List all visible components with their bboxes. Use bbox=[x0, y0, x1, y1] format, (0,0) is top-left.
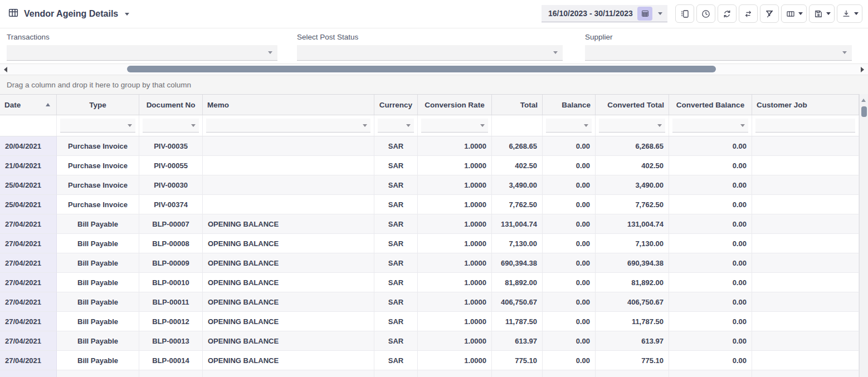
cell-type: Bill Payable bbox=[57, 331, 139, 351]
column-filter-input[interactable] bbox=[599, 119, 665, 133]
column-filter-input[interactable] bbox=[206, 119, 370, 133]
scroll-right-arrow-icon[interactable] bbox=[861, 67, 864, 72]
cell-value: OPENING BALANCE bbox=[208, 259, 279, 267]
column-header-document-no[interactable]: Document No bbox=[139, 95, 203, 115]
cell-converted-balance: 0.00 bbox=[669, 175, 752, 195]
column-filter-input[interactable] bbox=[546, 119, 592, 133]
column-header-conversion-rate[interactable]: Conversion Rate bbox=[418, 95, 492, 115]
cell-value: 27/04/2021 bbox=[5, 278, 41, 287]
chevron-down-icon bbox=[363, 124, 367, 127]
filter-cell-document-no[interactable] bbox=[139, 115, 203, 136]
cell-customer-job bbox=[752, 331, 859, 351]
save-layout-button[interactable] bbox=[809, 4, 835, 23]
column-header-balance[interactable]: Balance bbox=[543, 95, 596, 115]
cell-document-no: PIV-00035 bbox=[139, 136, 203, 156]
vertical-scrollbar[interactable] bbox=[859, 94, 868, 377]
cell-converted-balance: 0.00 bbox=[669, 136, 752, 156]
filter-cell-conversion-rate[interactable] bbox=[418, 115, 492, 136]
column-header-type[interactable]: Type bbox=[57, 95, 139, 115]
cell-currency: SAR bbox=[374, 273, 418, 292]
column-header-currency[interactable]: Currency bbox=[374, 95, 418, 115]
cell-type: Bill Payable bbox=[57, 273, 139, 292]
column-filter-input[interactable] bbox=[672, 119, 748, 133]
filter-cell-converted-total[interactable] bbox=[596, 115, 669, 136]
report-title-dropdown[interactable]: Vendor Ageing Details bbox=[8, 0, 129, 28]
cell-converted-total bbox=[596, 370, 669, 377]
column-filter-input[interactable] bbox=[755, 119, 855, 133]
table-row[interactable]: 27/04/2021Bill PayableBLP-00014OPENING B… bbox=[0, 351, 859, 370]
table-row[interactable]: 27/04/2021Bill PayableBLP-00013OPENING B… bbox=[0, 331, 859, 351]
column-filter-input[interactable] bbox=[378, 119, 414, 133]
column-chooser-button[interactable] bbox=[781, 4, 807, 23]
transactions-select[interactable] bbox=[7, 45, 277, 61]
table-row[interactable]: 27/04/2021Bill PayableBLP-00009OPENING B… bbox=[0, 253, 859, 273]
horizontal-scrollbar-thumb[interactable] bbox=[127, 66, 716, 72]
swap-columns-button[interactable] bbox=[739, 4, 758, 23]
filter-cell-converted-balance[interactable] bbox=[669, 115, 752, 136]
column-filter-input[interactable] bbox=[60, 119, 135, 133]
group-by-drop-zone[interactable]: Drag a column and drop it here to group … bbox=[0, 75, 868, 94]
cell-currency: SAR bbox=[374, 292, 418, 312]
grid-header-row: DateTypeDocument NoMemoCurrencyConversio… bbox=[0, 94, 859, 115]
export-button[interactable] bbox=[837, 4, 862, 23]
column-header-converted-balance[interactable]: Converted Balance bbox=[669, 95, 752, 115]
cell-value: 1.0000 bbox=[464, 161, 486, 170]
date-range-picker[interactable]: 16/10/2023 - 30/11/2023 bbox=[542, 5, 667, 22]
chevron-down-icon bbox=[826, 12, 831, 15]
scroll-up-arrow-icon[interactable] bbox=[861, 99, 866, 102]
cell-balance: 0.00 bbox=[543, 331, 596, 351]
column-header-date[interactable]: Date bbox=[0, 95, 57, 115]
column-filter-input[interactable] bbox=[143, 119, 199, 133]
clear-filter-button[interactable] bbox=[760, 4, 779, 23]
cell-value: 613.97 bbox=[515, 337, 537, 345]
table-row[interactable]: 25/04/2021Purchase InvoicePIV-00030SAR1.… bbox=[0, 175, 859, 195]
filter-cell-balance[interactable] bbox=[543, 115, 596, 136]
table-row[interactable]: 27/04/2021Bill PayableBLP-00015OPENING B… bbox=[0, 370, 859, 377]
refresh-button[interactable] bbox=[718, 4, 737, 23]
cell-date: 27/04/2021 bbox=[0, 351, 57, 370]
filter-cell-customer-job[interactable] bbox=[752, 115, 859, 136]
cell-value: 690,394.38 bbox=[627, 259, 664, 267]
cell-value: 3,490.00 bbox=[509, 181, 537, 189]
table-row[interactable]: 20/04/2021Purchase InvoicePIV-00035SAR1.… bbox=[0, 136, 859, 156]
column-header-label: Memo bbox=[207, 101, 229, 109]
table-row[interactable]: 27/04/2021Bill PayableBLP-00010OPENING B… bbox=[0, 273, 859, 292]
cell-document-no: PIV-00055 bbox=[139, 156, 203, 175]
cell-value: 81,892.00 bbox=[505, 278, 537, 287]
column-filter-input[interactable] bbox=[421, 119, 488, 133]
vertical-scrollbar-thumb[interactable] bbox=[861, 106, 867, 117]
cell-customer-job bbox=[752, 234, 859, 253]
refresh-icon bbox=[722, 9, 732, 19]
cell-converted-balance: 0.00 bbox=[669, 351, 752, 370]
horizontal-scrollbar[interactable] bbox=[0, 63, 868, 75]
filter-cell-memo[interactable] bbox=[203, 115, 374, 136]
table-row[interactable]: 27/04/2021Bill PayableBLP-00011OPENING B… bbox=[0, 292, 859, 312]
table-row[interactable]: 27/04/2021Bill PayableBLP-00012OPENING B… bbox=[0, 312, 859, 331]
supplier-select[interactable] bbox=[585, 45, 852, 61]
column-header-converted-total[interactable]: Converted Total bbox=[596, 95, 669, 115]
table-row[interactable]: 27/04/2021Bill PayableBLP-00008OPENING B… bbox=[0, 234, 859, 253]
scroll-left-arrow-icon[interactable] bbox=[4, 67, 7, 72]
cell-total: 11,787.50 bbox=[492, 312, 543, 331]
cell-value: 690,394.38 bbox=[501, 259, 537, 267]
column-header-customer-job[interactable]: Customer Job bbox=[752, 95, 859, 115]
cell-value: Bill Payable bbox=[77, 259, 118, 267]
history-button[interactable] bbox=[696, 4, 715, 23]
post-status-select[interactable] bbox=[297, 45, 563, 61]
table-row[interactable]: 21/04/2021Purchase InvoicePIV-00055SAR1.… bbox=[0, 156, 859, 175]
filter-cell-type[interactable] bbox=[57, 115, 139, 136]
copy-button[interactable] bbox=[675, 4, 694, 23]
filter-cell-currency[interactable] bbox=[374, 115, 418, 136]
cell-currency: SAR bbox=[374, 312, 418, 331]
calendar-button[interactable] bbox=[637, 7, 652, 21]
cell-document-no: BLP-00009 bbox=[139, 253, 203, 273]
cell-value: 25/04/2021 bbox=[5, 200, 41, 209]
cell-currency: SAR bbox=[374, 195, 418, 214]
column-header-memo[interactable]: Memo bbox=[203, 95, 374, 115]
cell-value: Bill Payable bbox=[77, 298, 118, 306]
table-row[interactable]: 25/04/2021Purchase InvoicePIV-00374SAR1.… bbox=[0, 195, 859, 214]
cell-value: BLP-00007 bbox=[152, 220, 189, 228]
table-row[interactable]: 27/04/2021Bill PayableBLP-00007OPENING B… bbox=[0, 214, 859, 234]
column-header-total[interactable]: Total bbox=[492, 95, 543, 115]
cell-type: Bill Payable bbox=[57, 214, 139, 234]
